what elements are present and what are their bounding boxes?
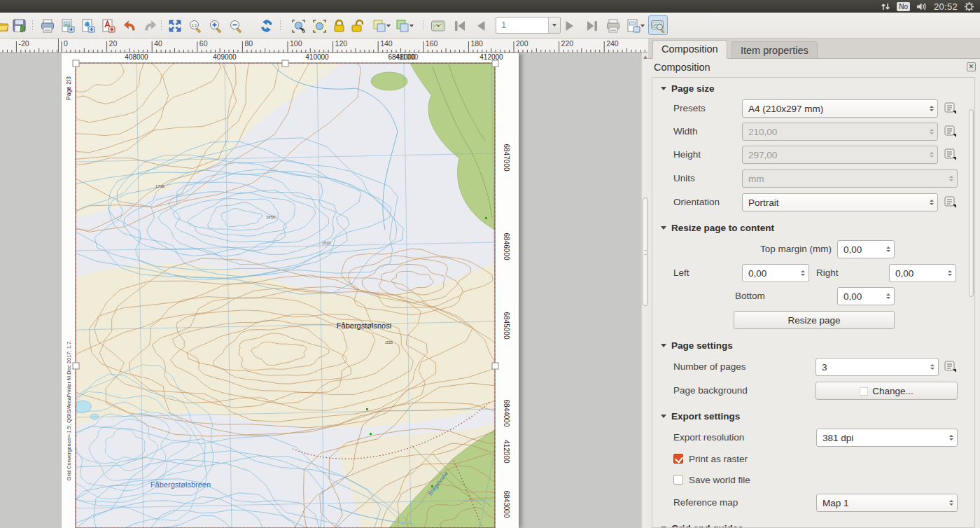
redo-arrow-icon <box>143 19 157 33</box>
print-button[interactable] <box>39 18 56 34</box>
page-number-label: Page 2/3 <box>65 76 72 100</box>
zoom-one-to-one-icon: 1:1 <box>188 19 203 34</box>
section-resize-page[interactable]: Resize page to content <box>661 223 774 233</box>
data-defined-override-button[interactable] <box>944 359 959 375</box>
presets-combobox[interactable]: A4 (210x297 mm) <box>742 99 938 118</box>
scrollbar-up-arrow-icon[interactable] <box>643 55 648 59</box>
data-defined-override-button[interactable] <box>944 124 959 139</box>
collapse-triangle-icon <box>661 344 666 347</box>
system-top-panel: No 20:52 <box>0 0 980 13</box>
move-item-content-button[interactable] <box>311 18 328 34</box>
grid-label-412000: 412000 <box>479 53 503 61</box>
map-item[interactable]: 408000 409000 410000 6848000 411000 4120… <box>62 53 519 528</box>
bottom-margin-label: Bottom <box>735 291 765 301</box>
export-atlas-icon <box>626 19 640 33</box>
zoom-in-button[interactable] <box>207 18 224 34</box>
atlas-page-combobox[interactable]: 1 <box>496 17 561 34</box>
zoom-actual-button[interactable]: 1:1 <box>187 18 204 34</box>
page-background-change-button[interactable]: Change... <box>816 382 958 400</box>
background-color-swatch <box>860 387 868 396</box>
data-defined-override-button[interactable] <box>944 101 959 116</box>
canvas-vertical-scrollbar[interactable] <box>641 53 648 528</box>
section-export-settings[interactable]: Export settings <box>661 411 740 422</box>
data-defined-override-button[interactable] <box>944 147 959 162</box>
collapse-triangle-icon <box>661 87 666 90</box>
save-world-file-checkbox[interactable] <box>673 475 683 485</box>
units-label: Units <box>673 173 695 183</box>
credit-label: Grid Convergence=-1.5, QGIS/AreaPrinter … <box>66 340 72 480</box>
section-page-size[interactable]: Page size <box>661 83 715 94</box>
print-atlas-button[interactable] <box>605 18 622 34</box>
redo-button[interactable] <box>141 18 158 34</box>
svg-text:140: 140 <box>380 39 393 48</box>
export-svg-button[interactable] <box>80 18 97 34</box>
left-margin-spinbox[interactable]: 0,00 <box>742 264 809 282</box>
close-dock-icon[interactable]: ✕ <box>967 62 976 71</box>
svg-text:60: 60 <box>200 39 208 48</box>
volume-icon[interactable] <box>916 2 927 11</box>
preview-atlas-button[interactable] <box>650 18 666 34</box>
export-image-button[interactable] <box>59 18 76 34</box>
network-arrows-icon[interactable] <box>881 2 890 11</box>
export-image-icon <box>61 19 75 33</box>
undo-button[interactable] <box>122 18 139 34</box>
composer-canvas[interactable]: 408000 409000 410000 6848000 411000 4120… <box>0 53 641 528</box>
reference-map-combobox[interactable]: Map 1 <box>816 494 958 512</box>
export-resolution-spinbox[interactable]: 381 dpi <box>816 429 958 447</box>
canvas-scrollbar-thumb[interactable] <box>643 197 648 306</box>
atlas-page-value[interactable]: 1 <box>496 18 548 33</box>
print-as-raster-checkbox[interactable] <box>673 454 683 464</box>
tab-item-properties[interactable]: Item properties <box>732 41 818 59</box>
number-of-pages-spinbox[interactable]: 3 <box>816 358 939 376</box>
printer-icon <box>606 19 620 33</box>
panel-scrollbar-thumb[interactable] <box>969 109 974 297</box>
session-gear-icon[interactable] <box>964 1 974 12</box>
right-margin-spinbox[interactable]: 0,00 <box>889 264 956 282</box>
resize-page-button[interactable]: Resize page <box>734 311 895 329</box>
height-label: Height <box>673 149 701 160</box>
atlas-next-feature-button[interactable] <box>561 18 578 34</box>
orientation-combobox[interactable]: Portrait <box>742 193 938 211</box>
select-move-item-button[interactable] <box>290 18 307 34</box>
height-spinbox: 297,00 <box>742 146 938 164</box>
keyboard-layout-indicator[interactable]: No <box>897 2 910 11</box>
page-background-label: Page background <box>673 385 748 396</box>
printer-icon <box>41 19 55 33</box>
refresh-view-button[interactable] <box>258 18 275 34</box>
composition-settings-body: Page size Presets A4 (210x297 mm) Width … <box>652 77 975 528</box>
open-composer-button[interactable] <box>0 18 10 34</box>
atlas-page-dropdown-button[interactable] <box>548 18 560 33</box>
section-grid-and-guides[interactable]: Grid and guides <box>661 523 743 528</box>
svg-text:0: 0 <box>64 39 68 48</box>
svg-text:20: 20 <box>109 39 118 48</box>
zoom-out-button[interactable] <box>227 18 244 34</box>
section-page-settings[interactable]: Page settings <box>661 340 733 351</box>
export-pdf-button[interactable] <box>100 18 117 34</box>
atlas-first-feature-button[interactable] <box>451 18 468 34</box>
print-as-raster-label: Print as raster <box>689 454 748 464</box>
left-margin-label: Left <box>673 268 690 278</box>
bottom-margin-spinbox[interactable]: 0,00 <box>837 287 895 305</box>
data-defined-override-button[interactable] <box>944 195 959 210</box>
dock-tabbar: Composition Item properties <box>648 39 980 59</box>
atlas-last-feature-button[interactable] <box>584 18 601 34</box>
lock-icon <box>332 19 346 33</box>
group-items-button[interactable] <box>370 18 393 34</box>
lock-items-button[interactable] <box>330 18 347 34</box>
export-atlas-button[interactable] <box>624 18 647 34</box>
collapse-triangle-icon <box>661 226 666 230</box>
save-project-button[interactable] <box>11 18 28 34</box>
atlas-settings-button[interactable] <box>430 18 447 34</box>
unlock-items-button[interactable] <box>349 18 366 34</box>
clock[interactable]: 20:52 <box>934 1 958 12</box>
composition-page[interactable]: 408000 409000 410000 6848000 411000 4120… <box>62 53 519 528</box>
raise-items-button[interactable] <box>393 18 416 34</box>
composer-toolbar: 1:1 <box>0 13 980 39</box>
ruler-cursor-marker <box>58 39 59 53</box>
tab-composition[interactable]: Composition <box>652 40 727 59</box>
atlas-previous-feature-button[interactable] <box>472 18 489 34</box>
number-of-pages-label: Number of pages <box>673 361 746 372</box>
collapse-triangle-icon <box>661 415 666 418</box>
zoom-full-button[interactable] <box>167 18 183 34</box>
top-margin-spinbox[interactable]: 0,00 <box>837 240 895 258</box>
